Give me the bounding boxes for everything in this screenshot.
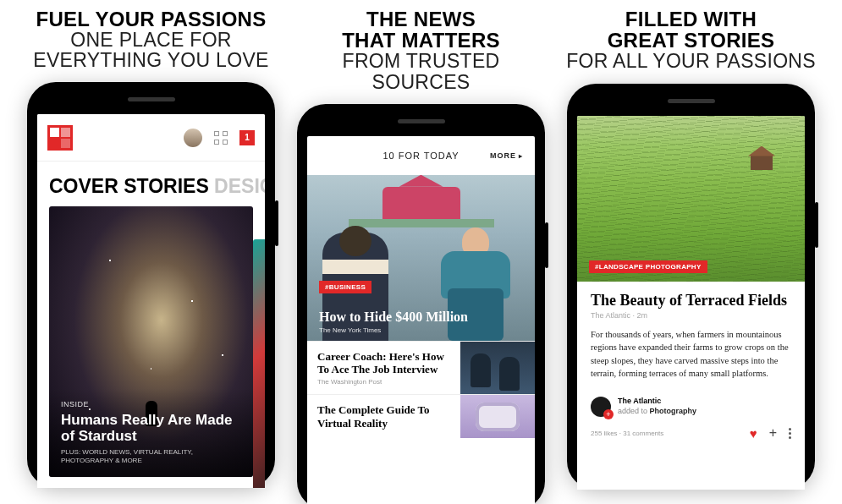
phone-frame: 10 FOR TODAY MORE #BUSINESS How to Hide … <box>297 104 545 504</box>
story-title: How to Hide $400 Million <box>319 310 523 325</box>
plus-icon[interactable]: + <box>769 425 777 441</box>
card-label: INSIDE <box>61 400 241 408</box>
story-title: The Complete Guide To Virtual Reality <box>317 403 450 430</box>
promo-panel-2: THE NEWS THAT MATTERS FROM TRUSTED SOURC… <box>294 8 548 504</box>
phone-screen: 1 COVER STORIES DESIGN TECH INSIDE Human… <box>37 114 265 488</box>
notification-badge[interactable]: 1 <box>239 130 255 145</box>
section-title: 10 FOR TODAY <box>382 151 459 161</box>
headline-thin: FOR ALL YOUR PASSIONS <box>566 51 816 71</box>
headline-3: FILLED WITH GREAT STORIES FOR ALL YOUR P… <box>566 8 816 72</box>
story-thumbnail <box>460 342 535 395</box>
promo-panel-1: FUEL YOUR PASSIONS ONE PLACE FOR EVERYTH… <box>24 8 278 504</box>
article-body: For thousands of years, when farmers in … <box>591 328 791 380</box>
card-subtitle: PLUS: WORLD NEWS, VIRTUAL REALITY, PHOTO… <box>61 448 241 466</box>
phone-frame: 1 COVER STORIES DESIGN TECH INSIDE Human… <box>27 82 275 488</box>
category-tabs[interactable]: COVER STORIES DESIGN TECH <box>37 162 265 206</box>
author-name: The Atlantic <box>618 397 696 407</box>
headline-bold: THE NEWS <box>294 8 548 30</box>
article-hero-image[interactable]: #LANDSCAPE PHOTOGRAPHY <box>577 116 805 282</box>
cover-story-card[interactable]: INSIDE Humans Really Are Made of Stardus… <box>49 206 253 477</box>
story-thumbnail <box>460 395 535 438</box>
heart-icon[interactable]: ♥ <box>750 426 757 441</box>
promo-panel-3: FILLED WITH GREAT STORIES FOR ALL YOUR P… <box>564 8 818 504</box>
tab-design-tech[interactable]: DESIGN TECH <box>209 175 265 197</box>
phone-frame: #LANDSCAPE PHOTOGRAPHY The Beauty of Ter… <box>567 84 815 490</box>
more-button[interactable]: MORE <box>490 151 523 160</box>
article-title: The Beauty of Terraced Fields <box>591 292 791 310</box>
likes-count[interactable]: 255 likes · 31 comments <box>591 430 663 437</box>
article-meta: The Atlantic · 2m <box>591 311 791 320</box>
story-source: The New York Times <box>319 326 523 334</box>
article-footer: 255 likes · 31 comments ♥ + <box>577 422 805 441</box>
article-content: The Beauty of Terraced Fields The Atlant… <box>577 282 805 391</box>
flipboard-logo-icon[interactable] <box>47 125 73 151</box>
headline-thin: EVERYTHING YOU LOVE <box>33 50 268 70</box>
story-title: Career Coach: Here's How To Ace The Job … <box>317 350 450 376</box>
story-row[interactable]: Career Coach: Here's How To Ace The Job … <box>307 341 535 395</box>
author-avatar-icon[interactable] <box>591 397 611 417</box>
headline-thin: ONE PLACE FOR <box>33 30 268 50</box>
author-action: added to Photography <box>618 407 696 417</box>
category-badge: #BUSINESS <box>319 281 371 293</box>
category-badge: #LANDSCAPE PHOTOGRAPHY <box>589 260 707 273</box>
grid-icon[interactable] <box>214 131 228 145</box>
app-header: 1 <box>37 114 265 162</box>
story-row[interactable]: The Complete Guide To Virtual Reality <box>307 394 535 438</box>
more-options-icon[interactable] <box>789 428 791 439</box>
headline-bold: FUEL YOUR PASSIONS <box>33 8 268 30</box>
headline-thin: FROM TRUSTED SOURCES <box>294 51 548 91</box>
section-header: 10 FOR TODAY MORE <box>307 136 535 175</box>
headline-bold: FILLED WITH <box>566 8 816 30</box>
peek-card[interactable] <box>253 239 265 488</box>
featured-story-card[interactable]: #BUSINESS How to Hide $400 Million The N… <box>307 175 535 341</box>
headline-1: FUEL YOUR PASSIONS ONE PLACE FOR EVERYTH… <box>33 8 268 70</box>
headline-bold: THAT MATTERS <box>294 30 548 51</box>
author-attribution[interactable]: The Atlantic added to Photography <box>577 390 805 422</box>
phone-screen: #LANDSCAPE PHOTOGRAPHY The Beauty of Ter… <box>577 116 805 490</box>
headline-2: THE NEWS THAT MATTERS FROM TRUSTED SOURC… <box>294 8 548 92</box>
story-source: The Washington Post <box>317 378 450 386</box>
card-title: Humans Really Are Made of Stardust <box>61 412 241 445</box>
tab-cover-stories[interactable]: COVER STORIES <box>49 175 209 197</box>
headline-bold: GREAT STORIES <box>566 30 816 51</box>
avatar[interactable] <box>184 129 202 147</box>
phone-screen: 10 FOR TODAY MORE #BUSINESS How to Hide … <box>307 136 535 504</box>
